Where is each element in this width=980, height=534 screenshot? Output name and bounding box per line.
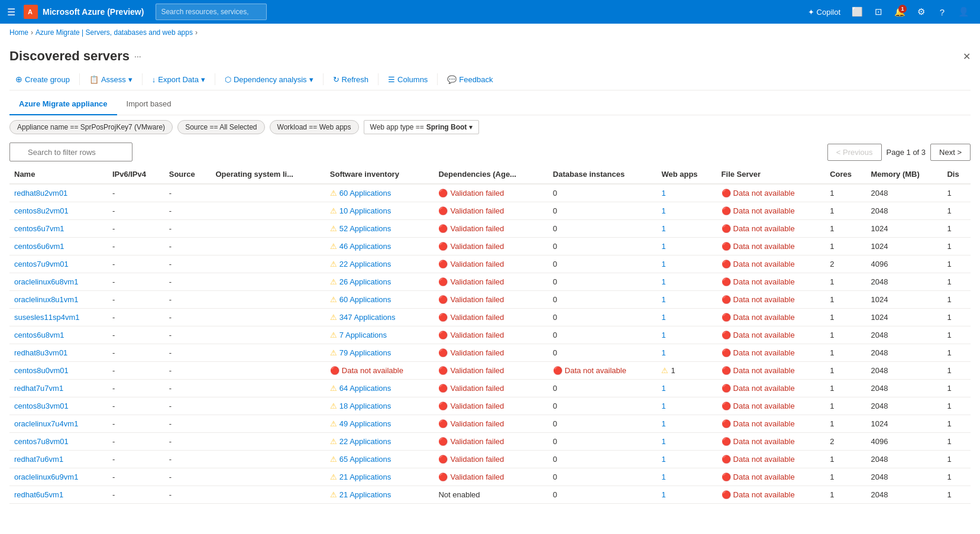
software-count-link[interactable]: 21 Applications <box>339 490 391 499</box>
screen-icon[interactable]: ⬜ <box>848 2 866 21</box>
server-name-link[interactable]: susesles11sp4vm1 <box>14 313 80 322</box>
breadcrumb-home[interactable]: Home <box>9 28 28 37</box>
webapp-count-link[interactable]: 1 <box>661 419 665 428</box>
webapp-count-link[interactable]: 1 <box>661 206 665 215</box>
software-count-link[interactable]: 18 Applications <box>339 402 391 410</box>
col-cores[interactable]: Cores <box>825 165 866 184</box>
col-os[interactable]: Operating system li... <box>211 165 325 184</box>
software-count-link[interactable]: 7 Applications <box>339 331 387 339</box>
col-fileserver[interactable]: File Server <box>717 165 826 184</box>
webapp-count-link[interactable]: 1 <box>661 277 665 286</box>
dependency-analysis-button[interactable]: ⬡ Dependency analysis ▾ <box>219 72 319 88</box>
cell-ipv: - <box>108 291 164 309</box>
page-options-icon[interactable]: ··· <box>134 51 141 61</box>
breadcrumb-azure-migrate[interactable]: Azure Migrate | Servers, databases and w… <box>35 28 193 37</box>
server-name-link[interactable]: oraclelinux8u1vm1 <box>14 295 78 304</box>
filter-web-app-type[interactable]: Web app type == Spring Boot ▾ <box>364 120 480 134</box>
webapp-count-link[interactable]: 1 <box>661 242 665 251</box>
webapp-count-link[interactable]: 1 <box>661 455 665 464</box>
server-name-link[interactable]: centos6u7vm1 <box>14 224 64 233</box>
col-source[interactable]: Source <box>164 165 211 184</box>
webapp-count-link[interactable]: 1 <box>661 295 665 304</box>
server-name-link[interactable]: centos8u0vm01 <box>14 366 69 375</box>
server-name-link[interactable]: redhat7u7vm1 <box>14 384 63 393</box>
export-data-button[interactable]: ↓ Export Data ▾ <box>146 72 211 88</box>
software-count-link[interactable]: 49 Applications <box>339 419 391 428</box>
notifications-icon[interactable]: 🔔 1 <box>890 2 909 21</box>
software-count-link[interactable]: 26 Applications <box>339 277 391 286</box>
search-input[interactable] <box>9 143 132 161</box>
webapp-count-link[interactable]: 1 <box>661 437 665 446</box>
server-name-link[interactable]: centos6u6vm1 <box>14 242 64 251</box>
tab-azure-migrate-appliance[interactable]: Azure Migrate appliance <box>9 93 117 115</box>
software-count-link[interactable]: 52 Applications <box>339 224 391 233</box>
webapp-count-link[interactable]: 1 <box>661 472 665 481</box>
col-webapps[interactable]: Web apps <box>656 165 716 184</box>
help-icon[interactable]: ? <box>933 2 952 21</box>
user-icon[interactable]: 👤 <box>954 2 973 21</box>
filter-source[interactable]: Source == All Selected <box>177 120 264 134</box>
create-group-button[interactable]: ⊕ Create group <box>9 71 76 88</box>
col-dependencies[interactable]: Dependencies (Age... <box>434 165 548 184</box>
server-name-link[interactable]: centos8u2vm01 <box>14 206 69 215</box>
software-count-link[interactable]: 60 Applications <box>339 295 391 304</box>
webapp-count-link[interactable]: 1 <box>661 490 665 499</box>
col-dis[interactable]: Dis <box>942 165 971 184</box>
software-count-link[interactable]: 64 Applications <box>339 384 391 393</box>
software-count-link[interactable]: 65 Applications <box>339 455 391 464</box>
settings-icon[interactable]: ⚙ <box>911 2 930 21</box>
server-name-link[interactable]: redhat8u3vm01 <box>14 348 67 357</box>
fs-unavailable-label: Data not available <box>733 260 795 268</box>
col-software[interactable]: Software inventory <box>325 165 434 184</box>
software-count-link[interactable]: 79 Applications <box>339 348 391 357</box>
server-name-link[interactable]: centos8u3vm01 <box>14 402 69 410</box>
webapp-count-link[interactable]: 1 <box>661 402 665 410</box>
assess-button[interactable]: 📋 Assess ▾ <box>83 72 138 88</box>
tab-import-based[interactable]: Import based <box>117 93 181 115</box>
software-count-link[interactable]: 22 Applications <box>339 260 391 268</box>
global-search-input[interactable] <box>156 4 267 20</box>
server-name-link[interactable]: redhat7u6vm1 <box>14 455 63 464</box>
webapp-count-link[interactable]: 1 <box>661 384 665 393</box>
cell-dependencies: 🔴Validation failed <box>434 220 548 238</box>
cell-dis: 1 <box>942 451 971 468</box>
server-name-link[interactable]: oraclelinux6u8vm1 <box>14 277 78 286</box>
software-count-link[interactable]: 22 Applications <box>339 437 391 446</box>
hamburger-menu-icon[interactable]: ☰ <box>7 7 15 18</box>
server-name-link[interactable]: oraclelinux7u4vm1 <box>14 419 78 428</box>
previous-button[interactable]: < Previous <box>827 144 882 161</box>
columns-button[interactable]: ☰ Columns <box>382 72 434 88</box>
software-count-link[interactable]: 46 Applications <box>339 242 391 251</box>
next-button[interactable]: Next > <box>930 144 971 161</box>
col-memory[interactable]: Memory (MB) <box>866 165 942 184</box>
webapp-count-link[interactable]: 1 <box>661 260 665 268</box>
webapp-count-link[interactable]: 1 <box>661 313 665 322</box>
col-database[interactable]: Database instances <box>548 165 657 184</box>
copilot-button[interactable]: ✦ Copilot <box>803 2 845 21</box>
server-name-link[interactable]: centos7u8vm01 <box>14 437 69 446</box>
col-ipv[interactable]: IPv6/IPv4 <box>108 165 164 184</box>
server-name-link[interactable]: centos6u8vm1 <box>14 331 64 339</box>
webapp-count-link[interactable]: 1 <box>661 331 665 339</box>
webapp-count-link[interactable]: 1 <box>661 348 665 357</box>
warning-icon: ⚠ <box>330 348 337 357</box>
refresh-button[interactable]: ↻ Refresh <box>327 72 375 88</box>
server-name-link[interactable]: redhat8u2vm01 <box>14 189 67 198</box>
webapp-count-link[interactable]: 1 <box>661 189 665 198</box>
software-count-link[interactable]: 10 Applications <box>339 206 391 215</box>
software-count-link[interactable]: 21 Applications <box>339 472 391 481</box>
filter-workload[interactable]: Workload == Web apps <box>270 120 359 134</box>
software-count-link[interactable]: 347 Applications <box>339 313 396 322</box>
webapp-count-link[interactable]: 1 <box>661 224 665 233</box>
close-button[interactable]: ✕ <box>963 51 971 62</box>
server-name-link[interactable]: oraclelinux6u9vm1 <box>14 472 78 481</box>
feedback-button[interactable]: 💬 Feedback <box>441 72 499 88</box>
cast-icon[interactable]: ⊡ <box>869 2 888 21</box>
server-name-link[interactable]: redhat6u5vm1 <box>14 490 63 499</box>
filter-appliance-name[interactable]: Appliance name == SprPosProjKey7 (VMware… <box>9 120 173 134</box>
cell-webapps: 1 <box>656 202 716 220</box>
server-name-link[interactable]: centos7u9vm01 <box>14 260 69 268</box>
software-count-link[interactable]: 60 Applications <box>339 189 391 198</box>
warning-icon: ⚠ <box>330 242 337 251</box>
col-name[interactable]: Name <box>9 165 108 184</box>
